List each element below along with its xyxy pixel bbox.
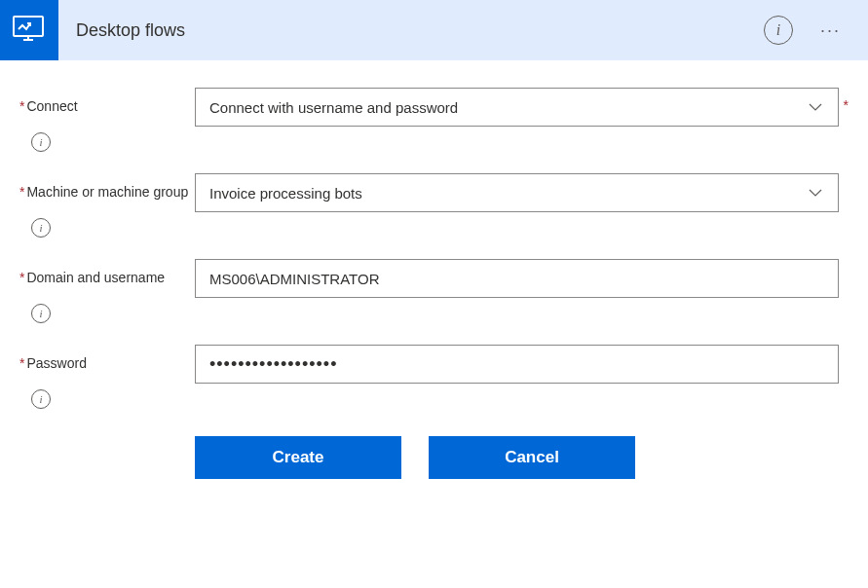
dialog-title: Desktop flows bbox=[76, 20, 764, 41]
connection-form: *Connect Connect with username and passw… bbox=[0, 60, 868, 479]
domain-username-help-icon[interactable]: i bbox=[31, 304, 51, 323]
password-label: *Password bbox=[19, 345, 195, 372]
connect-dropdown-value: Connect with username and password bbox=[209, 99, 807, 116]
machine-dropdown-value: Invoice processing bots bbox=[209, 185, 807, 202]
create-button[interactable]: Create bbox=[195, 436, 401, 479]
domain-username-input[interactable] bbox=[195, 259, 839, 298]
connect-label: *Connect bbox=[19, 88, 195, 115]
connect-dropdown[interactable]: Connect with username and password bbox=[195, 88, 839, 127]
more-options-button[interactable]: ··· bbox=[812, 17, 849, 45]
chevron-down-icon bbox=[807, 98, 824, 116]
machine-label: *Machine or machine group bbox=[19, 173, 195, 201]
password-masked-value: •••••••••••••••••• bbox=[209, 354, 337, 375]
cancel-button[interactable]: Cancel bbox=[429, 436, 635, 479]
machine-dropdown[interactable]: Invoice processing bots bbox=[195, 173, 839, 212]
required-mark: * bbox=[19, 355, 24, 371]
button-row: Create Cancel bbox=[195, 436, 849, 479]
required-mark: * bbox=[19, 270, 24, 285]
machine-help-icon[interactable]: i bbox=[31, 218, 51, 238]
connect-help-icon[interactable]: i bbox=[31, 132, 51, 152]
domain-username-label: *Domain and username bbox=[19, 259, 195, 286]
password-help-icon[interactable]: i bbox=[31, 389, 51, 409]
monitor-flow-icon bbox=[0, 0, 58, 60]
password-input[interactable]: •••••••••••••••••• bbox=[195, 345, 839, 384]
chevron-down-icon bbox=[807, 184, 824, 202]
required-mark: * bbox=[19, 184, 24, 200]
dialog-header: Desktop flows i ··· bbox=[0, 0, 868, 60]
required-mark-trailing: * bbox=[839, 88, 849, 113]
info-icon[interactable]: i bbox=[764, 16, 793, 45]
required-mark: * bbox=[19, 98, 24, 114]
